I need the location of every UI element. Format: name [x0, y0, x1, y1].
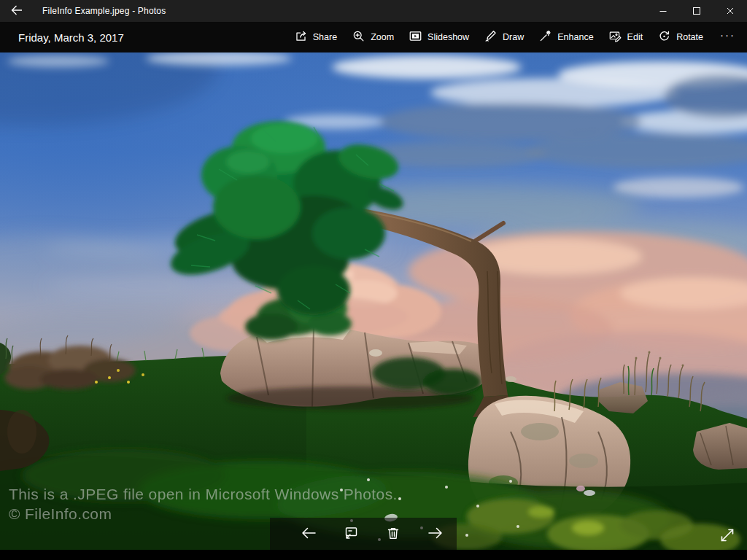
zoom-label: Zoom: [371, 32, 394, 42]
fullscreen-icon: [718, 526, 737, 547]
photo-controls-bar: [270, 518, 457, 550]
edit-label: Edit: [627, 32, 643, 42]
titlebar[interactable]: FileInfo Example.jpeg - Photos: [0, 0, 747, 22]
fullscreen-button[interactable]: [713, 522, 741, 550]
window-controls: [646, 0, 747, 22]
edit-icon: [609, 30, 622, 44]
photo-image: [0, 52, 747, 550]
commandbar-actions: Share Zoom Slideshow: [295, 30, 738, 44]
bottom-strip: [0, 550, 747, 560]
next-photo-button[interactable]: [414, 518, 457, 550]
slideshow-icon: [409, 30, 422, 44]
enhance-wand-icon: [539, 30, 551, 44]
window-title: FileInfo Example.jpeg - Photos: [42, 6, 166, 16]
close-button[interactable]: [713, 0, 747, 22]
next-arrow-icon: [427, 525, 444, 543]
maximize-button[interactable]: [680, 0, 713, 22]
photo-stage: This is a .JPEG file open in Microsoft W…: [0, 52, 747, 550]
delete-trash-icon: [385, 525, 401, 543]
add-to-button[interactable]: [330, 518, 372, 550]
close-icon: [727, 6, 734, 17]
see-more-button[interactable]: ···: [719, 31, 738, 43]
minimize-button[interactable]: [646, 0, 680, 22]
zoom-button[interactable]: Zoom: [352, 30, 394, 44]
slideshow-label: Slideshow: [427, 32, 469, 42]
edit-button[interactable]: Edit: [609, 30, 643, 44]
maximize-icon: [693, 6, 700, 17]
rotate-label: Rotate: [676, 32, 703, 42]
previous-photo-button[interactable]: [287, 518, 330, 550]
share-label: Share: [313, 32, 337, 42]
minimize-icon: [659, 6, 667, 17]
back-arrow-icon: [11, 4, 23, 18]
photo-date-label: Friday, March 3, 2017: [18, 31, 124, 44]
draw-pen-icon: [484, 30, 497, 44]
add-to-icon: [343, 525, 359, 543]
rotate-icon: [658, 30, 670, 44]
zoom-magnifier-icon: [352, 30, 365, 44]
see-more-icon: ···: [720, 28, 735, 41]
share-icon: [295, 30, 307, 44]
previous-arrow-icon: [301, 525, 317, 543]
rotate-button[interactable]: Rotate: [658, 30, 703, 44]
back-button[interactable]: [0, 0, 34, 22]
photos-app-window: { "window": { "title": "FileInfo Example…: [0, 0, 747, 560]
enhance-label: Enhance: [557, 32, 593, 42]
draw-label: Draw: [503, 32, 524, 42]
commandbar: Friday, March 3, 2017 Share Zoom: [0, 22, 747, 52]
delete-button[interactable]: [372, 518, 414, 550]
slideshow-button[interactable]: Slideshow: [409, 30, 469, 44]
watermark-line1: This is a .JPEG file open in Microsoft W…: [9, 484, 398, 504]
draw-button[interactable]: Draw: [484, 30, 524, 44]
enhance-button[interactable]: Enhance: [539, 30, 593, 44]
share-button[interactable]: Share: [295, 30, 337, 44]
